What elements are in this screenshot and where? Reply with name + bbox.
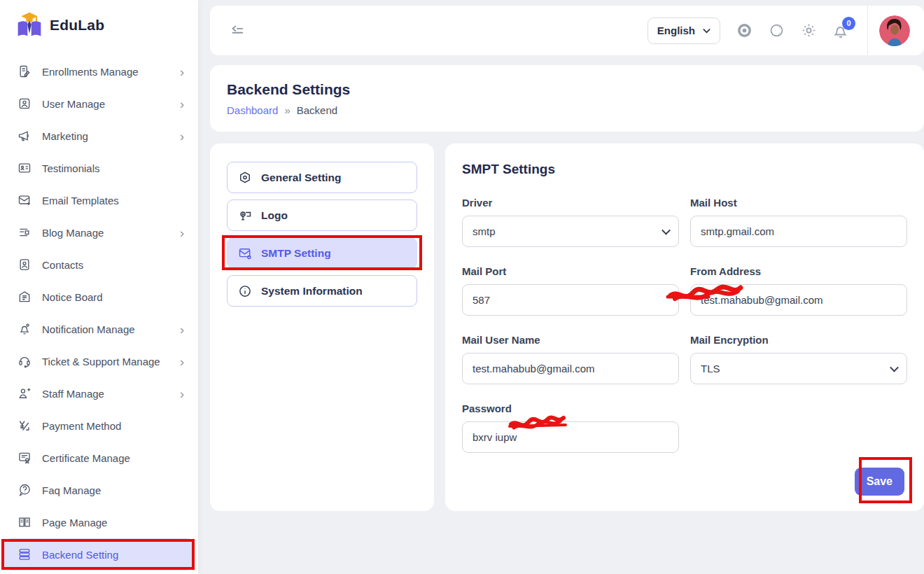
mail-encryption-field: Mail Encryption TLS bbox=[690, 334, 907, 384]
driver-select[interactable]: smtp bbox=[462, 216, 679, 247]
user-plus-icon bbox=[17, 386, 32, 401]
from-address-input[interactable] bbox=[690, 284, 907, 316]
chevron-right-icon: › bbox=[180, 323, 184, 336]
chevron-right-icon: › bbox=[180, 65, 184, 78]
sidebar-item-user-manage[interactable]: User Manage › bbox=[0, 88, 198, 120]
driver-label: Driver bbox=[462, 197, 679, 209]
sidebar-item-marketing[interactable]: Marketing › bbox=[0, 120, 198, 152]
from-address-field: From Address bbox=[690, 265, 907, 316]
breadcrumb-separator: » bbox=[284, 104, 290, 116]
sidebar-item-label: User Manage bbox=[42, 98, 180, 110]
chevron-right-icon: › bbox=[180, 97, 184, 111]
mail-host-field: Mail Host bbox=[690, 197, 907, 247]
form-title: SMPT Settings bbox=[462, 162, 907, 177]
envelope-plus-icon bbox=[17, 192, 32, 208]
tab-label: SMTP Setting bbox=[261, 247, 331, 260]
mail-user-name-label: Mail User Name bbox=[462, 334, 679, 346]
smtp-settings-card: SMPT Settings Driver smtp Mail Host Mail… bbox=[445, 144, 924, 511]
sidebar-item-backend-setting[interactable]: Backend Setting bbox=[4, 538, 194, 570]
password-input[interactable] bbox=[462, 421, 679, 453]
language-select[interactable]: English bbox=[648, 18, 720, 44]
currency-icon bbox=[17, 418, 32, 433]
sidebar-item-label: Marketing bbox=[42, 130, 180, 142]
headset-icon bbox=[17, 354, 32, 369]
list-layout-icon bbox=[17, 225, 32, 240]
info-circle-icon bbox=[238, 284, 252, 298]
sidebar-item-notification-manage[interactable]: Notification Manage › bbox=[0, 313, 198, 345]
megaphone-icon bbox=[17, 128, 32, 144]
sidebar-item-label: Faq Manage bbox=[42, 484, 184, 496]
sidebar-item-email-templates[interactable]: Email Templates bbox=[0, 184, 198, 216]
dark-mode-button[interactable] bbox=[768, 22, 785, 39]
sidebar: EduLab Enrollments Manage › User Manage … bbox=[0, 0, 198, 574]
mail-port-label: Mail Port bbox=[462, 265, 679, 277]
visibility-button[interactable] bbox=[736, 22, 752, 39]
brand-logo[interactable]: EduLab bbox=[0, 0, 198, 39]
bell-dot-icon bbox=[17, 321, 32, 337]
user-avatar[interactable] bbox=[879, 15, 910, 46]
tab-system-information[interactable]: System Information bbox=[227, 275, 417, 307]
brand-name: EduLab bbox=[50, 17, 104, 34]
app-root: EduLab Enrollments Manage › User Manage … bbox=[0, 0, 924, 574]
save-button[interactable]: Save bbox=[855, 468, 904, 496]
avatar-image bbox=[879, 15, 910, 46]
mail-host-label: Mail Host bbox=[690, 197, 907, 209]
edulab-logo-icon bbox=[15, 11, 43, 39]
mail-host-input[interactable] bbox=[690, 216, 907, 247]
sidebar-item-label: Enrollments Manage bbox=[42, 66, 180, 78]
sidebar-item-faq-manage[interactable]: Faq Manage bbox=[0, 474, 198, 506]
header-divider bbox=[867, 6, 868, 55]
chevron-right-icon: › bbox=[180, 387, 184, 400]
top-header: English 0 bbox=[210, 6, 924, 55]
settings-tabs-card: General Setting Logo SMTP Setting System… bbox=[210, 144, 434, 511]
notifications-button[interactable]: 0 bbox=[832, 22, 849, 39]
server-stack-icon bbox=[17, 547, 32, 562]
sidebar-item-label: Notice Board bbox=[42, 291, 184, 303]
driver-field: Driver smtp bbox=[462, 197, 679, 247]
mail-gear-icon bbox=[238, 246, 252, 260]
settings-button[interactable] bbox=[800, 22, 817, 39]
breadcrumb-current: Backend bbox=[297, 104, 337, 116]
sidebar-item-label: Backend Setting bbox=[42, 549, 184, 561]
sidebar-item-certificate-manage[interactable]: Certificate Manage bbox=[0, 442, 198, 474]
tab-label: System Information bbox=[261, 285, 363, 298]
mail-encryption-select[interactable]: TLS bbox=[690, 353, 907, 384]
chevron-right-icon: › bbox=[180, 355, 184, 368]
sidebar-item-payment-method[interactable]: Payment Method bbox=[0, 410, 198, 442]
sidebar-item-label: Email Templates bbox=[42, 195, 184, 206]
mail-port-field: Mail Port bbox=[462, 265, 679, 316]
mail-port-input[interactable] bbox=[462, 284, 679, 316]
mail-user-name-input[interactable] bbox=[462, 353, 679, 384]
sidebar-item-label: Payment Method bbox=[42, 420, 184, 432]
gear-icon bbox=[801, 22, 817, 38]
sidebar-item-enrollments-manage[interactable]: Enrollments Manage › bbox=[0, 55, 198, 88]
header-actions: English 0 bbox=[648, 6, 924, 55]
badge-icon bbox=[238, 209, 252, 223]
question-bubble-icon bbox=[17, 482, 32, 498]
sidebar-item-ticket-support-manage[interactable]: Ticket & Support Manage › bbox=[0, 345, 198, 377]
chevron-down-icon bbox=[703, 28, 710, 34]
sidebar-item-label: Page Manage bbox=[42, 517, 184, 528]
tab-general-setting[interactable]: General Setting bbox=[227, 162, 417, 193]
tab-smtp-setting[interactable]: SMTP Setting bbox=[227, 237, 417, 269]
sidebar-item-label: Staff Manage bbox=[42, 388, 180, 400]
tab-logo[interactable]: Logo bbox=[227, 200, 417, 231]
sidebar-collapse-button[interactable] bbox=[230, 21, 249, 41]
notice-icon bbox=[17, 289, 32, 304]
smtp-form: Driver smtp Mail Host Mail Port From Add… bbox=[462, 197, 907, 453]
sidebar-item-testimonials[interactable]: Testimonials bbox=[0, 152, 198, 184]
sidebar-item-page-manage[interactable]: Page Manage bbox=[0, 506, 198, 538]
tab-label: General Setting bbox=[261, 172, 342, 184]
password-label: Password bbox=[462, 402, 679, 414]
sidebar-item-contacts[interactable]: Contacts bbox=[0, 248, 198, 281]
sidebar-item-staff-manage[interactable]: Staff Manage › bbox=[0, 377, 198, 410]
user-icon bbox=[17, 96, 32, 111]
sidebar-nav: Enrollments Manage › User Manage › Marke… bbox=[0, 55, 198, 570]
sidebar-item-notice-board[interactable]: Notice Board bbox=[0, 281, 198, 313]
certificate-icon bbox=[17, 450, 32, 465]
sidebar-item-label: Testimonials bbox=[42, 162, 184, 174]
sidebar-item-label: Blog Manage bbox=[42, 227, 180, 239]
sidebar-item-blog-manage[interactable]: Blog Manage › bbox=[0, 216, 198, 248]
breadcrumb: Dashboard » Backend bbox=[227, 104, 924, 116]
breadcrumb-dashboard-link[interactable]: Dashboard bbox=[227, 104, 278, 116]
